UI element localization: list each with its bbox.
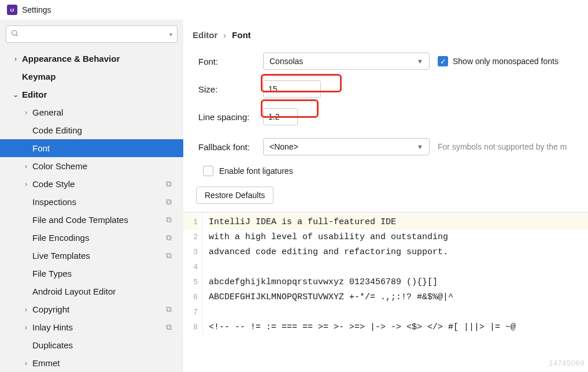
- breadcrumb: Editor › Font: [193, 30, 588, 53]
- sidebar-item-label: File and Code Templates: [32, 215, 128, 225]
- restore-defaults-button[interactable]: Restore Defaults: [196, 187, 273, 204]
- sidebar-item-emmet[interactable]: ›Emmet: [0, 354, 183, 372]
- scope-badge-icon: ⧉: [166, 215, 172, 225]
- sidebar-item-label: Live Templates: [32, 251, 90, 261]
- code-line: [209, 305, 588, 320]
- breadcrumb-parent[interactable]: Editor: [193, 30, 217, 40]
- sidebar-item-live-templates[interactable]: ›Live Templates⧉: [0, 247, 183, 265]
- chevron-icon: ›: [22, 323, 30, 332]
- code-line: abcdefghijklmnopqrstuvwxyz 0123456789 ()…: [209, 275, 588, 290]
- size-value: 15: [268, 84, 278, 94]
- sidebar-item-label: Inspections: [32, 197, 76, 207]
- sidebar-item-appearance-behavior[interactable]: ›Appearance & Behavior: [0, 50, 183, 68]
- sidebar-item-label: Emmet: [32, 358, 60, 368]
- size-label: Size:: [198, 84, 263, 94]
- chevron-icon: ›: [22, 180, 30, 188]
- font-label: Font:: [198, 57, 263, 66]
- sidebar-item-label: Font: [32, 143, 50, 153]
- code-line: with a high level of usability and outst…: [209, 230, 588, 245]
- chevron-right-icon: ›: [223, 30, 226, 40]
- sidebar-item-duplicates[interactable]: ›Duplicates: [0, 336, 183, 354]
- sidebar-item-label: Inlay Hints: [32, 322, 73, 332]
- chevron-down-icon: ▼: [417, 58, 423, 65]
- scope-badge-icon: ⧉: [166, 251, 172, 261]
- breadcrumb-current: Font: [232, 30, 250, 40]
- preview-gutter: 12345678: [183, 213, 203, 335]
- sidebar-item-label: General: [32, 107, 63, 117]
- fallback-font-value: <None>: [269, 142, 298, 151]
- monospaced-checkbox[interactable]: ✓: [438, 56, 448, 66]
- ligatures-checkbox[interactable]: [203, 166, 213, 176]
- app-icon: [7, 5, 17, 15]
- sidebar-item-label: Duplicates: [32, 340, 73, 350]
- preview-code: IntelliJ IDEA is a full-featured IDEwith…: [203, 213, 588, 335]
- code-line: advanced code editing and refactoring su…: [209, 245, 588, 260]
- sidebar-item-file-types[interactable]: ›File Types: [0, 265, 183, 282]
- sidebar: ▾ ›Appearance & Behavior›Keymap⌄Editor›G…: [0, 20, 183, 372]
- titlebar: Settings: [0, 0, 588, 20]
- line-spacing-input[interactable]: 1.2: [263, 108, 298, 125]
- font-select-value: Consolas: [269, 57, 303, 66]
- search-dropdown-icon[interactable]: ▾: [169, 31, 172, 38]
- sidebar-item-copyright[interactable]: ›Copyright⧉: [0, 300, 183, 318]
- chevron-icon: ›: [22, 359, 30, 367]
- sidebar-item-label: Android Layout Editor: [32, 287, 116, 296]
- search-input[interactable]: [23, 30, 166, 39]
- scope-badge-icon: ⧉: [166, 197, 172, 207]
- gutter-line: 8: [183, 320, 198, 335]
- gutter-line: 6: [183, 290, 198, 305]
- sidebar-item-label: File Types: [32, 269, 72, 278]
- gutter-line: 5: [183, 275, 198, 290]
- font-select[interactable]: Consolas ▼: [263, 53, 430, 70]
- search-box[interactable]: ▾: [6, 25, 177, 43]
- settings-tree: ›Appearance & Behavior›Keymap⌄Editor›Gen…: [0, 47, 183, 372]
- sidebar-item-file-and-code-templates[interactable]: ›File and Code Templates⧉: [0, 211, 183, 229]
- sidebar-item-keymap[interactable]: ›Keymap: [0, 68, 183, 85]
- svg-line-1: [16, 34, 18, 36]
- chevron-icon: ›: [22, 306, 30, 314]
- sidebar-item-code-editing[interactable]: ›Code Editing: [0, 121, 183, 139]
- sidebar-item-label: Appearance & Behavior: [22, 54, 120, 64]
- sidebar-item-label: Code Editing: [32, 125, 82, 135]
- chevron-down-icon: ▼: [417, 143, 423, 150]
- gutter-line: 2: [183, 230, 198, 245]
- fallback-font-label: Fallback font:: [198, 142, 263, 152]
- gutter-line: 1: [183, 215, 198, 230]
- content-pane: Editor › Font Font: Consolas ▼ ✓ Show on…: [183, 20, 588, 372]
- gutter-line: 4: [183, 260, 198, 275]
- code-line: ABCDEFGHIJKLMNOPQRSTUVWXYZ +-*/= .,;:!? …: [209, 290, 588, 305]
- sidebar-item-inspections[interactable]: ›Inspections⧉: [0, 193, 183, 211]
- scope-badge-icon: ⧉: [166, 179, 172, 189]
- code-line: [209, 260, 588, 275]
- sidebar-item-code-style[interactable]: ›Code Style⧉: [0, 175, 183, 193]
- scope-badge-icon: ⧉: [166, 304, 172, 314]
- sidebar-item-android-layout-editor[interactable]: ›Android Layout Editor: [0, 282, 183, 300]
- scope-badge-icon: ⧉: [166, 322, 172, 332]
- svg-point-0: [12, 30, 17, 35]
- sidebar-item-general[interactable]: ›General: [0, 103, 183, 121]
- chevron-icon: ›: [22, 162, 30, 170]
- size-input[interactable]: 15: [263, 80, 321, 98]
- line-spacing-label: Line spacing:: [198, 112, 263, 122]
- sidebar-item-file-encodings[interactable]: ›File Encodings⧉: [0, 229, 183, 247]
- ligatures-label: Enable font ligatures: [219, 166, 293, 176]
- font-preview: 12345678 IntelliJ IDEA is a full-feature…: [183, 212, 588, 335]
- sidebar-item-label: Editor: [22, 90, 47, 99]
- sidebar-item-editor[interactable]: ⌄Editor: [0, 85, 183, 103]
- sidebar-item-font[interactable]: ›Font: [0, 139, 183, 157]
- line-spacing-value: 1.2: [268, 112, 279, 121]
- watermark: 14745069: [549, 359, 585, 367]
- sidebar-item-inlay-hints[interactable]: ›Inlay Hints⧉: [0, 318, 183, 336]
- window-title: Settings: [22, 5, 51, 14]
- chevron-icon: ⌄: [12, 91, 20, 99]
- sidebar-item-color-scheme[interactable]: ›Color Scheme: [0, 157, 183, 175]
- code-line: IntelliJ IDEA is a full-featured IDE: [209, 215, 588, 230]
- chevron-icon: ›: [22, 109, 30, 117]
- fallback-font-select[interactable]: <None> ▼: [263, 138, 430, 155]
- sidebar-item-label: File Encodings: [32, 233, 89, 243]
- scope-badge-icon: ⧉: [166, 233, 172, 243]
- sidebar-item-label: Color Scheme: [32, 161, 87, 171]
- sidebar-item-label: Code Style: [32, 179, 75, 189]
- chevron-icon: ›: [12, 55, 20, 63]
- monospaced-label: Show only monospaced fonts: [453, 57, 559, 66]
